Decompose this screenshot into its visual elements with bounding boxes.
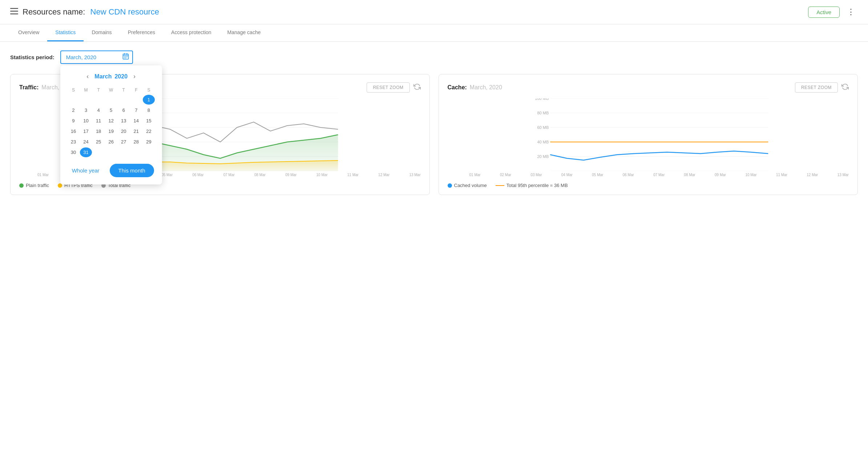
calendar-dropdown: ‹ March 2020 › S M T W T F S 12345678910… (60, 65, 162, 184)
cal-day-1[interactable]: 1 (143, 95, 155, 105)
calendar-grid: S M T W T F S 12345678910111213141516171… (68, 86, 155, 157)
cal-dayname-f: F (130, 86, 142, 94)
calendar-year[interactable]: 2020 (114, 73, 128, 80)
cal-day-31[interactable]: 31 (80, 147, 92, 157)
svg-text:40 MB: 40 MB (537, 140, 549, 144)
traffic-legend-plain: Plain traffic (19, 183, 49, 188)
cal-day-29[interactable]: 29 (143, 137, 155, 147)
cache-reset-zoom-button[interactable]: RESET ZOOM (795, 82, 838, 93)
cal-dayname-s2: S (143, 86, 155, 94)
cal-dayname-s1: S (68, 86, 80, 94)
cal-day-5[interactable]: 5 (105, 105, 117, 115)
cal-day-12[interactable]: 12 (105, 116, 117, 126)
cal-day-3[interactable]: 3 (80, 105, 92, 115)
this-month-button[interactable]: This month (110, 164, 154, 177)
tab-manage-cache[interactable]: Manage cache (219, 24, 269, 41)
cal-day-24[interactable]: 24 (80, 137, 92, 147)
period-input[interactable] (60, 50, 133, 64)
cal-day-11[interactable]: 11 (93, 116, 105, 126)
cal-day-empty (105, 95, 117, 105)
svg-rect-1 (10, 11, 18, 12)
cal-day-28[interactable]: 28 (130, 137, 142, 147)
tab-statistics[interactable]: Statistics (47, 24, 84, 41)
cache-chart-subtitle: March, 2020 (470, 84, 502, 91)
cal-day-15[interactable]: 15 (143, 116, 155, 126)
cal-day-empty (130, 147, 142, 157)
traffic-reset-zoom-button[interactable]: RESET ZOOM (367, 82, 409, 93)
svg-text:100 MB: 100 MB (535, 98, 549, 101)
svg-rect-2 (10, 13, 18, 15)
cal-day-empty (118, 95, 130, 105)
cal-day-30[interactable]: 30 (68, 147, 80, 157)
svg-text:60 MB: 60 MB (537, 125, 549, 130)
cal-day-18[interactable]: 18 (93, 126, 105, 136)
tabs-bar: Overview Statistics Domains Preferences … (0, 24, 868, 42)
cache-chart-svg: 100 MB 80 MB 60 MB 40 MB 20 MB (469, 98, 849, 171)
cal-day-empty (68, 95, 80, 105)
cal-day-14[interactable]: 14 (130, 116, 142, 126)
cache-legend-volume: Cached volume (448, 183, 487, 188)
cache-refresh-button[interactable] (841, 83, 849, 92)
cal-dayname-m: M (80, 86, 92, 94)
plain-traffic-label: Plain traffic (26, 183, 49, 188)
cal-day-9[interactable]: 9 (68, 116, 80, 126)
traffic-refresh-button[interactable] (413, 83, 421, 92)
period-row: Statistics period: ‹ (10, 50, 858, 64)
cal-day-23[interactable]: 23 (68, 137, 80, 147)
tab-access-protection[interactable]: Access protection (163, 24, 219, 41)
cache-chart-title: Cache: (448, 84, 467, 91)
cal-day-25[interactable]: 25 (93, 137, 105, 147)
tab-preferences[interactable]: Preferences (120, 24, 163, 41)
cache-legend-percentile: Total 95th percentile = 36 MB (496, 183, 568, 188)
cal-day-10[interactable]: 10 (80, 116, 92, 126)
calendar-header: ‹ March 2020 › (68, 71, 155, 82)
svg-rect-0 (10, 8, 18, 9)
calendar-next[interactable]: › (130, 71, 138, 82)
cached-volume-label: Cached volume (454, 183, 487, 188)
more-vertical-icon[interactable]: ⋮ (844, 6, 858, 18)
cal-day-2[interactable]: 2 (68, 105, 80, 115)
traffic-chart-title: Traffic: (19, 84, 39, 91)
header-actions: Active ⋮ (808, 6, 858, 18)
percentile-line (496, 185, 504, 186)
cal-day-empty (93, 95, 105, 105)
main-content: Statistics period: ‹ (0, 42, 868, 204)
plain-traffic-dot (19, 183, 24, 188)
calendar-month[interactable]: March (94, 73, 112, 80)
cal-day-6[interactable]: 6 (118, 105, 130, 115)
tab-domains[interactable]: Domains (84, 24, 120, 41)
cal-day-17[interactable]: 17 (80, 126, 92, 136)
traffic-chart-actions: RESET ZOOM (367, 82, 420, 93)
calendar-footer: Whole year This month (68, 164, 155, 177)
tab-overview[interactable]: Overview (10, 24, 47, 41)
cal-day-empty (80, 95, 92, 105)
cal-day-16[interactable]: 16 (68, 126, 80, 136)
percentile-label: Total 95th percentile = 36 MB (506, 183, 568, 188)
cache-chart-header: Cache: March, 2020 RESET ZOOM (448, 82, 849, 93)
header: Resources name: New CDN resource Active … (0, 0, 868, 24)
cached-volume-dot (448, 183, 452, 188)
status-badge[interactable]: Active (808, 7, 840, 18)
svg-text:20 MB: 20 MB (537, 154, 549, 159)
cal-day-27[interactable]: 27 (118, 137, 130, 147)
cal-day-21[interactable]: 21 (130, 126, 142, 136)
cal-day-22[interactable]: 22 (143, 126, 155, 136)
cal-day-4[interactable]: 4 (93, 105, 105, 115)
period-input-wrap: ‹ March 2020 › S M T W T F S 12345678910… (60, 50, 133, 64)
menu-icon[interactable] (10, 8, 18, 16)
cal-day-8[interactable]: 8 (143, 105, 155, 115)
cal-day-26[interactable]: 26 (105, 137, 117, 147)
cal-day-empty (118, 147, 130, 157)
cache-chart-actions: RESET ZOOM (795, 82, 849, 93)
cal-day-empty (93, 147, 105, 157)
cal-day-13[interactable]: 13 (118, 116, 130, 126)
cal-day-20[interactable]: 20 (118, 126, 130, 136)
cal-dayname-t2: T (118, 86, 130, 94)
whole-year-button[interactable]: Whole year (68, 164, 104, 176)
cal-dayname-t1: T (93, 86, 105, 94)
cal-day-7[interactable]: 7 (130, 105, 142, 115)
cal-dayname-w: W (105, 86, 117, 94)
calendar-prev[interactable]: ‹ (84, 71, 92, 82)
page-title: Resources name: New CDN resource (23, 7, 159, 17)
cal-day-19[interactable]: 19 (105, 126, 117, 136)
